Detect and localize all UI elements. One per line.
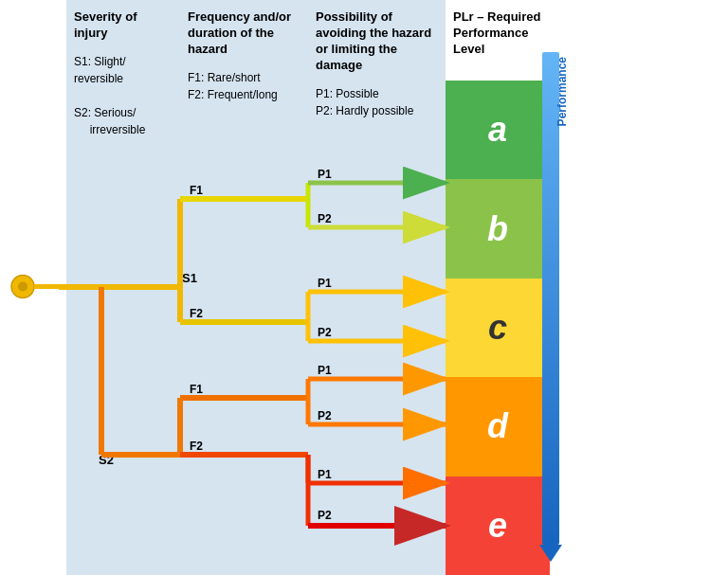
s1-legend: S1: Slight/reversible — [74, 53, 173, 87]
col-severity: Severity of injury S1: Slight/reversible… — [66, 0, 180, 575]
frequency-header: Frequency and/or duration of the hazard — [188, 9, 300, 58]
col-plr: PLr – Required Performance Level a b c d… — [446, 0, 550, 575]
band-c: c — [446, 279, 550, 377]
possibility-header: Possibility of avoiding the hazard or li… — [316, 9, 438, 74]
left-area — [0, 0, 66, 575]
band-a: a — [446, 81, 550, 179]
s2-legend: S2: Serious/ irreversible — [74, 104, 173, 138]
band-e: e — [446, 476, 550, 575]
p1-legend: P1: Possible — [316, 85, 438, 102]
col-possibility: Possibility of avoiding the hazard or li… — [308, 0, 446, 575]
col-bar: Performance — [550, 0, 576, 575]
performance-label: Performance — [555, 57, 569, 126]
band-d: d — [446, 377, 550, 476]
frequency-legend: F1: Rare/short F2: Frequent/long — [188, 69, 300, 103]
possibility-legend: P1: Possible P2: Hardly possible — [316, 85, 438, 119]
blue-bar-arrow — [539, 545, 562, 562]
key-icon — [9, 272, 62, 303]
f1-legend: F1: Rare/short — [188, 69, 300, 86]
plr-bands: a b c d e — [446, 81, 550, 575]
band-b: b — [446, 179, 550, 278]
col-frequency: Frequency and/or duration of the hazard … — [180, 0, 308, 575]
plr-header: PLr – Required Performance Level — [446, 0, 550, 81]
severity-legend: S1: Slight/reversible S2: Serious/ irrev… — [74, 53, 173, 138]
svg-point-1 — [18, 281, 27, 291]
p2-legend: P2: Hardly possible — [316, 102, 438, 119]
main-container: Severity of injury S1: Slight/reversible… — [0, 0, 728, 575]
f2-legend: F2: Frequent/long — [188, 86, 300, 103]
severity-header: Severity of injury — [74, 9, 173, 42]
